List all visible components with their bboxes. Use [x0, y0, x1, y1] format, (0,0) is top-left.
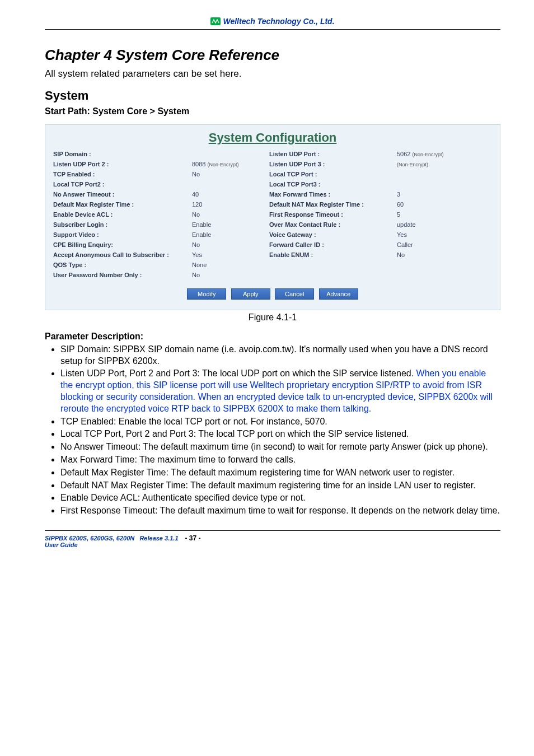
config-label: Enable ENUM :	[269, 251, 392, 258]
start-path: Start Path: System Core > System	[45, 106, 500, 116]
config-label	[269, 262, 392, 268]
parameter-list: SIP Domain: SIPPBX SIP domain name (i.e.…	[45, 344, 500, 517]
config-label: Support Video :	[53, 231, 188, 238]
param-sip-domain: SIP Domain: SIPPBX SIP domain name (i.e.…	[60, 344, 500, 367]
config-label: No Answer Timeout :	[53, 191, 188, 198]
config-value: 5	[397, 211, 458, 218]
config-value: 3	[397, 191, 458, 198]
param-def-nat-max: Default NAT Max Register Time: The defau…	[60, 480, 500, 492]
config-label: Subscriber Login :	[53, 221, 188, 228]
param-enable-acl: Enable Device ACL: Authenticate specifie…	[60, 492, 500, 504]
config-panel-title: System Configuration	[53, 130, 492, 145]
apply-button[interactable]: Apply	[231, 288, 270, 300]
logo-icon	[210, 17, 221, 27]
config-label: QOS Type :	[53, 262, 188, 268]
config-value: No	[192, 171, 265, 178]
config-label: SIP Domain :	[53, 151, 188, 157]
config-label: TCP Enabled :	[53, 171, 188, 178]
config-label	[269, 272, 392, 278]
config-value: 5062 (Non-Encrypt)	[397, 151, 458, 157]
config-label: Local TCP Port :	[269, 171, 392, 178]
param-def-max-reg: Default Max Register Time: The default m…	[60, 467, 500, 479]
footer-page-number: - 37 -	[185, 534, 201, 542]
config-value	[192, 181, 265, 188]
config-value: Yes	[192, 251, 265, 258]
config-value	[397, 272, 458, 278]
config-value: Yes	[397, 231, 458, 238]
config-value: 120	[192, 201, 265, 208]
advance-button[interactable]: Advance	[319, 288, 358, 300]
page-header: Welltech Technology Co., Ltd.	[45, 17, 500, 30]
cancel-button[interactable]: Cancel	[275, 288, 314, 300]
config-label: First Response Timeout :	[269, 211, 392, 218]
config-grid: SIP Domain :Listen UDP Port :5062 (Non-E…	[53, 151, 492, 278]
modify-button[interactable]: Modify	[187, 288, 226, 300]
header-company: Welltech Technology Co., Ltd.	[223, 17, 334, 26]
config-value: 8088 (Non-Encrypt)	[192, 161, 265, 167]
config-value: Enable	[192, 221, 265, 228]
config-value: Caller	[397, 241, 458, 248]
config-label: Default NAT Max Register Time :	[269, 201, 392, 208]
param-local-tcp: Local TCP Port, Port 2 and Port 3: The l…	[60, 428, 500, 440]
parameter-description-title: Parameter Description:	[45, 332, 500, 342]
param-listen-udp: Listen UDP Port, Port 2 and Port 3: The …	[60, 368, 500, 414]
chapter-title: Chapter 4 System Core Reference	[45, 46, 500, 64]
param-max-fwd: Max Forward Time: The maximum time to fo…	[60, 454, 500, 466]
config-value: No	[192, 211, 265, 218]
config-label: Listen UDP Port 3 :	[269, 161, 392, 167]
config-value: No	[397, 251, 458, 258]
config-label: Local TCP Port2 :	[53, 181, 188, 188]
svg-rect-0	[210, 17, 221, 25]
figure-caption: Figure 4.1-1	[45, 312, 500, 323]
config-value: None	[192, 262, 265, 268]
button-row: Modify Apply Cancel Advance	[53, 288, 492, 300]
footer-release: Release 3.1.1	[139, 535, 178, 542]
config-label: Local TCP Port3 :	[269, 181, 392, 188]
chapter-intro: All system related parameters can be set…	[45, 68, 500, 80]
config-label: CPE Billing Enquiry:	[53, 241, 188, 248]
config-label: Over Max Contact Rule :	[269, 221, 392, 228]
config-label: Default Max Register Time :	[53, 201, 188, 208]
config-value: 60	[397, 201, 458, 208]
config-value: 40	[192, 191, 265, 198]
page-footer: SIPPBX 6200S, 6200GS, 6200N Release 3.1.…	[45, 530, 500, 548]
config-label: Voice Gateway :	[269, 231, 392, 238]
param-no-answer: No Answer Timeout: The default maximum t…	[60, 441, 500, 453]
footer-guide: User Guide	[45, 542, 78, 548]
config-label: Listen UDP Port :	[269, 151, 392, 157]
config-label: User Password Number Only :	[53, 272, 188, 278]
param-tcp-enabled: TCP Enabled: Enable the local TCP port o…	[60, 416, 500, 428]
param-first-resp: First Response Timeout: The default maxi…	[60, 505, 500, 517]
config-value	[397, 262, 458, 268]
config-value: update	[397, 221, 458, 228]
param-listen-udp-pre: Listen UDP Port, Port 2 and Port 3: The …	[60, 368, 416, 378]
config-value	[397, 171, 458, 178]
system-config-panel: System Configuration SIP Domain :Listen …	[45, 124, 500, 310]
config-label: Forward Caller ID :	[269, 241, 392, 248]
config-value: No	[192, 241, 265, 248]
config-value	[192, 151, 265, 157]
config-label: Listen UDP Port 2 :	[53, 161, 188, 167]
config-label: Enable Device ACL :	[53, 211, 188, 218]
config-value: (Non-Encrypt)	[397, 161, 458, 167]
config-label: Accept Anonymous Call to Subscriber :	[53, 251, 188, 258]
config-value: Enable	[192, 231, 265, 238]
config-value	[397, 181, 458, 188]
section-title: System	[45, 88, 500, 103]
config-label: Max Forward Times :	[269, 191, 392, 198]
config-value: No	[192, 272, 265, 278]
footer-product: SIPPBX 6200S, 6200GS, 6200N	[45, 535, 134, 542]
